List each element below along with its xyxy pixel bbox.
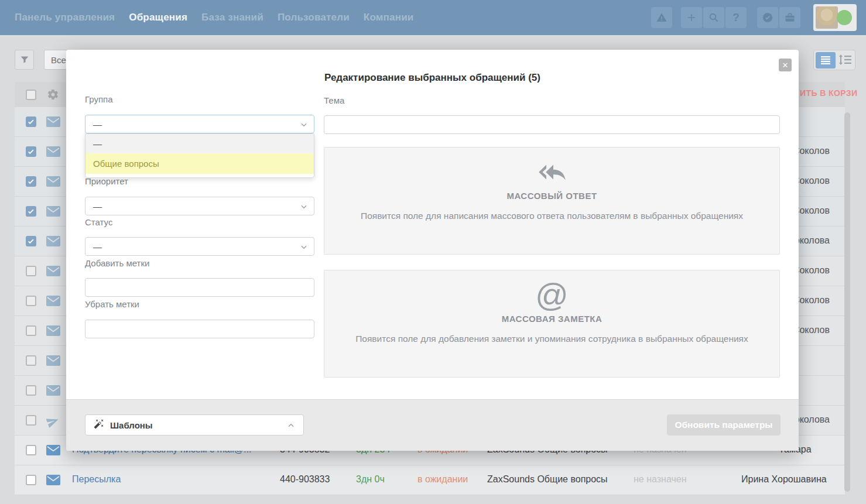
mail-icon — [46, 236, 60, 246]
view-toggle-group — [813, 50, 855, 70]
modal-title: Редактирование выбранных обращений (5) — [66, 72, 799, 84]
row-checkbox[interactable] — [26, 355, 36, 366]
nav-item-companies[interactable]: Компании — [364, 12, 414, 23]
priority-select[interactable]: — — [85, 197, 314, 215]
mass-note-title: МАССОВАЯ ЗАМЕТКА — [502, 314, 603, 324]
status-label: Статус — [85, 217, 112, 227]
mass-reply-panel[interactable]: МАССОВЫЙ ОТВЕТ Появится поле для написан… — [324, 147, 780, 255]
add-icon[interactable] — [681, 7, 702, 28]
table-settings-gear-icon[interactable] — [47, 88, 59, 103]
nav-item-tickets[interactable]: Обращения — [129, 12, 187, 23]
subject-input[interactable] — [324, 115, 780, 134]
nav-item-users[interactable]: Пользователи — [278, 12, 350, 23]
mail-icon — [46, 116, 60, 127]
subject-label: Тема — [324, 95, 344, 105]
bulk-edit-modal: ✕ Редактирование выбранных обращений (5)… — [66, 50, 799, 451]
table-row: Пересылка 440-903833 3дн 0ч в ожидании Z… — [15, 465, 845, 495]
group-option-highlighted[interactable]: Общие вопросы — [85, 153, 314, 174]
search-icon[interactable] — [703, 7, 724, 28]
move-to-trash-action[interactable]: ИТЬ В КОРЗИ — [800, 88, 857, 98]
row-checkbox[interactable] — [26, 415, 36, 426]
row-checkbox[interactable] — [26, 296, 36, 306]
status-select[interactable]: — — [85, 237, 314, 256]
row-checkbox[interactable] — [26, 146, 36, 157]
profile-widget[interactable] — [813, 4, 857, 31]
mass-reply-title: МАССОВЫЙ ОТВЕТ — [506, 191, 597, 201]
modal-footer: Шаблоны Обновить параметры — [66, 399, 799, 451]
chevron-down-icon — [300, 243, 308, 251]
group-select[interactable]: — — [85, 115, 314, 133]
send-icon — [46, 415, 60, 426]
remove-tags-input[interactable] — [85, 320, 314, 338]
row-height-button[interactable] — [838, 54, 851, 68]
top-nav: Панель управления Обращения База знаний … — [0, 0, 866, 35]
ticket-age: 3дн 0ч — [356, 474, 385, 485]
group-option[interactable]: — — [85, 134, 314, 153]
add-tags-input[interactable] — [85, 278, 314, 297]
alert-icon[interactable] — [651, 7, 672, 28]
templates-label: Шаблоны — [110, 420, 153, 430]
chevron-down-icon — [300, 203, 308, 211]
chevron-down-icon — [300, 121, 308, 129]
briefcase-icon[interactable] — [779, 7, 800, 28]
filter-button[interactable] — [15, 50, 34, 70]
row-checkbox[interactable] — [26, 385, 36, 396]
nav-item-dashboard[interactable]: Панель управления — [15, 12, 115, 23]
row-height-icon — [838, 54, 851, 66]
mail-icon — [46, 206, 60, 217]
verified-icon[interactable] — [757, 7, 778, 28]
mail-icon — [46, 445, 60, 455]
remove-tags-label: Убрать метки — [85, 299, 139, 309]
priority-select-value: — — [93, 201, 102, 211]
at-sign-icon: @ — [535, 280, 569, 310]
nav-icon-group — [651, 7, 672, 28]
add-tags-label: Добавить метки — [85, 258, 149, 268]
row-checkbox[interactable] — [26, 206, 36, 217]
funnel-icon — [20, 55, 29, 64]
mail-icon — [46, 475, 60, 485]
avatar — [816, 6, 838, 29]
row-checkbox[interactable] — [26, 266, 36, 276]
ticket-client: Ирина Хорошавина — [741, 474, 827, 485]
row-checkbox[interactable] — [26, 176, 36, 187]
mass-note-panel[interactable]: @ МАССОВАЯ ЗАМЕТКА Появится поле для доб… — [324, 270, 780, 378]
status-select-value: — — [93, 242, 102, 252]
ticket-assignee: не назначен — [634, 474, 687, 485]
reply-all-icon — [538, 157, 566, 187]
chevron-up-icon — [287, 421, 295, 430]
close-icon[interactable]: ✕ — [779, 59, 792, 71]
row-checkbox[interactable] — [26, 236, 36, 246]
group-options-list: — Общие вопросы — [85, 133, 314, 178]
ticket-id: 440-903833 — [280, 474, 330, 485]
list-view-button[interactable] — [816, 52, 836, 68]
mail-icon — [46, 325, 60, 336]
help-icon[interactable]: ? — [725, 7, 747, 28]
mail-icon — [46, 296, 60, 306]
ticket-status: в ожидании — [417, 474, 468, 485]
nav-action-group: ? — [681, 7, 747, 28]
row-checkbox[interactable] — [26, 445, 36, 455]
ticket-subject-link[interactable]: Пересылка — [72, 474, 121, 485]
nav-item-knowledge-base[interactable]: База знаний — [201, 12, 263, 23]
mail-icon — [46, 176, 60, 187]
update-parameters-button[interactable]: Обновить параметры — [667, 414, 781, 436]
mail-icon — [46, 385, 60, 396]
magic-wand-icon — [94, 419, 104, 431]
group-label: Группа — [85, 94, 113, 104]
row-checkbox[interactable] — [26, 325, 36, 336]
list-view-icon — [821, 56, 830, 64]
row-checkbox[interactable] — [26, 116, 36, 127]
mail-icon — [46, 146, 60, 157]
row-checkbox[interactable] — [26, 475, 36, 485]
mail-icon — [46, 355, 60, 366]
ticket-group: ZaxSounds Общие вопросы — [487, 474, 608, 485]
nav-status-group — [757, 7, 800, 28]
filter-all-label: Все — [51, 55, 66, 65]
mass-reply-description: Появится поле для написания массового от… — [353, 209, 751, 223]
select-all-checkbox[interactable] — [26, 90, 36, 100]
group-select-value: — — [93, 119, 102, 129]
mass-note-description: Появится поле для добавления заметки и у… — [353, 332, 751, 346]
vertical-scrollbar[interactable] — [844, 112, 850, 492]
online-status-dot — [837, 10, 852, 25]
templates-button[interactable]: Шаблоны — [85, 414, 304, 436]
